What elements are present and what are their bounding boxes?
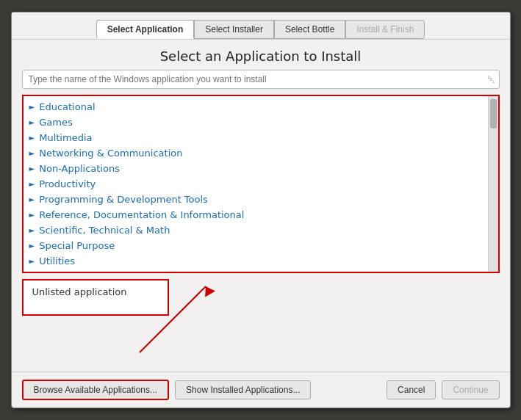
category-item-scientific[interactable]: ►Scientific, Technical & Math (24, 222, 498, 238)
clear-search-icon[interactable]: ␡ (487, 73, 495, 86)
dialog: Select Application Select Installer Sele… (11, 12, 511, 408)
category-item-reference[interactable]: ►Reference, Documentation & Informationa… (24, 207, 498, 222)
category-label: Educational (39, 101, 95, 112)
footer-buttons: Browse Available Applications... Show In… (12, 372, 510, 408)
scrollbar-thumb[interactable] (490, 99, 497, 128)
category-item-educational[interactable]: ►Educational (24, 99, 498, 115)
expand-icon: ► (29, 149, 35, 157)
continue-button: Continue (442, 380, 499, 399)
category-item-multimedia[interactable]: ►Multimedia (24, 130, 498, 145)
tab-install-finish: Install & Finish (345, 20, 425, 39)
expand-icon: ► (29, 211, 35, 219)
category-item-programming[interactable]: ►Programming & Development Tools (24, 192, 498, 207)
category-label: Utilities (39, 256, 75, 267)
expand-icon: ► (29, 103, 35, 111)
category-label: Special Purpose (39, 240, 115, 251)
expand-icon: ► (29, 242, 35, 250)
unlisted-application-box: Unlisted application (22, 279, 169, 316)
category-list: ►Educational►Games►Multimedia►Networking… (24, 96, 498, 272)
tab-select-application[interactable]: Select Application (96, 20, 195, 39)
expand-icon: ► (29, 164, 35, 173)
search-bar: ␡ (22, 70, 500, 89)
expand-icon: ► (29, 257, 35, 265)
category-label: Programming & Development Tools (39, 194, 208, 205)
scrollbar[interactable] (488, 96, 498, 272)
category-item-games[interactable]: ►Games (24, 115, 498, 130)
browse-available-button[interactable]: Browse Available Applications... (22, 380, 170, 400)
show-installed-button[interactable]: Show Installed Applications... (175, 380, 311, 399)
expand-icon: ► (29, 134, 35, 142)
category-label: Reference, Documentation & Informational (39, 209, 244, 220)
category-item-utilities[interactable]: ►Utilities (24, 253, 498, 269)
category-label: Non-Applications (39, 163, 120, 174)
svg-marker-1 (201, 283, 215, 297)
category-label: Networking & Communication (39, 148, 182, 159)
content-area: ►Educational►Games►Multimedia►Networking… (22, 95, 500, 366)
category-item-networking[interactable]: ►Networking & Communication (24, 145, 498, 161)
category-label: Multimedia (39, 132, 92, 143)
category-label: Games (39, 117, 72, 128)
tab-select-bottle[interactable]: Select Bottle (274, 20, 345, 39)
expand-icon: ► (29, 195, 35, 203)
dialog-title: Select an Application to Install (12, 40, 510, 70)
category-item-non-applications[interactable]: ►Non-Applications (24, 161, 498, 176)
category-item-special-purpose[interactable]: ►Special Purpose (24, 238, 498, 253)
search-input[interactable] (22, 70, 500, 89)
category-list-container: ►Educational►Games►Multimedia►Networking… (22, 95, 500, 273)
category-item-productivity[interactable]: ►Productivity (24, 176, 498, 192)
tab-bar: Select Application Select Installer Sele… (12, 12, 510, 40)
category-label: Productivity (39, 178, 96, 189)
tab-select-installer[interactable]: Select Installer (194, 20, 274, 39)
expand-icon: ► (29, 118, 35, 126)
expand-icon: ► (29, 226, 35, 234)
expand-icon: ► (29, 180, 35, 188)
cancel-button[interactable]: Cancel (387, 380, 436, 399)
category-label: Scientific, Technical & Math (39, 225, 170, 236)
unlisted-application-label: Unlisted application (32, 286, 127, 297)
annotation-area: Unlisted application (22, 279, 500, 360)
